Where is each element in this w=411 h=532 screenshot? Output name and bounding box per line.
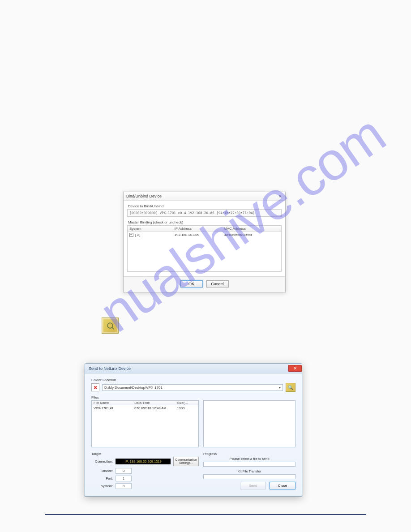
device-info-field: [00000:000000] VPX-1701 v0.4 192.168.20.… — [127, 209, 282, 217]
ip-cell: 192.168.20.209 — [175, 233, 224, 237]
table-row[interactable]: [ 2] 192.168.20.209 00:60:9f:96:39:98 — [128, 232, 281, 238]
progress-message-2: Kit File Transfer — [203, 469, 295, 473]
table-row[interactable]: VPX-1701.kit 07/18/2018 12:48 AM 1300… — [92, 405, 198, 411]
progress-message-1: Please select a file to send — [203, 457, 295, 461]
mac-cell: 00:60:9f:96:39:98 — [224, 233, 279, 237]
dialog-titlebar: Bind/Unbind Device × — [124, 192, 285, 201]
binding-section-label: Master Binding (check or uncheck) — [128, 220, 282, 224]
progress-bar-1 — [203, 462, 295, 467]
files-section-label: Files — [91, 395, 295, 399]
preview-pane — [203, 400, 295, 447]
dialog-title: Bind/Unbind Device — [126, 194, 162, 198]
close-icon[interactable]: ✕ — [288, 365, 302, 372]
files-table[interactable]: File Name Date/Time Size(… VPX-1701.kit … — [91, 400, 199, 447]
col-header-size: Size(… — [177, 401, 198, 405]
device-label: Device: — [91, 469, 113, 473]
folder-section-label: Folder Location — [91, 378, 295, 382]
file-date-cell: 07/18/2018 12:48 AM — [134, 406, 177, 410]
connection-label: Connection: — [91, 459, 113, 463]
binding-list: System IP Address MAC Address [ 2] 192.1… — [127, 225, 282, 272]
device-input[interactable]: 0 — [116, 468, 132, 474]
svg-line-1 — [112, 327, 114, 329]
file-name-cell: VPX-1701.kit — [92, 406, 134, 410]
port-label: Port: — [91, 476, 113, 481]
send-to-netlinx-dialog: Send to NetLinx Device ✕ Folder Location… — [85, 363, 302, 497]
kit-file-icon — [102, 317, 119, 334]
system-input[interactable]: 0 — [116, 483, 132, 489]
close-button[interactable]: Close — [270, 482, 295, 489]
col-header-filename: File Name — [92, 401, 134, 405]
send-button: Send — [240, 482, 266, 489]
dialog-title: Send to NetLinx Device — [89, 366, 131, 371]
system-cell: [ 2] — [135, 233, 140, 237]
col-header-datetime: Date/Time — [134, 401, 177, 405]
col-header-ip: IP Address — [175, 227, 224, 231]
progress-section-label: Progress — [203, 452, 295, 456]
bind-unbind-dialog: Bind/Unbind Device × Device to Bind/Unbi… — [123, 192, 286, 292]
ok-button[interactable]: OK — [180, 280, 203, 287]
port-input[interactable]: 1 — [116, 476, 132, 481]
cancel-button[interactable]: Cancel — [206, 280, 229, 287]
progress-bar-2 — [203, 474, 295, 479]
system-label: System: — [91, 484, 113, 488]
file-size-cell: 1300… — [177, 406, 198, 410]
col-header-system: System — [129, 227, 175, 231]
folder-path-select[interactable]: D:\My Document\Desktop\VPX-1701 — [102, 384, 283, 391]
browse-button[interactable]: 🔍 — [286, 383, 295, 392]
dialog-titlebar: Send to NetLinx Device ✕ — [85, 364, 302, 373]
connection-value: IP: 192.168.20.209:1319 — [116, 459, 171, 464]
checkbox-icon[interactable] — [129, 233, 133, 237]
device-section-label: Device to Bind/Unbind — [128, 204, 282, 208]
col-header-mac: MAC Address — [224, 227, 279, 231]
kit-file-icon: ✖ — [91, 383, 99, 391]
close-icon[interactable]: × — [278, 193, 283, 199]
target-section-label: Target — [91, 452, 199, 456]
footer-divider — [45, 514, 366, 515]
communication-settings-button[interactable]: Communication Settings... — [173, 457, 199, 466]
svg-point-0 — [107, 323, 113, 328]
